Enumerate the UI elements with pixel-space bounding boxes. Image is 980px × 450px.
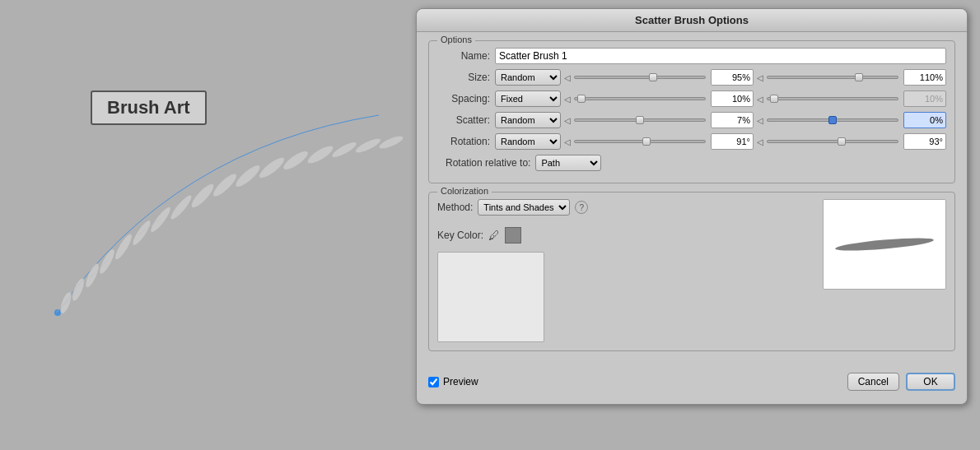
rotation-value-right[interactable]	[903, 133, 946, 150]
size-slider-left: ◁	[564, 69, 754, 86]
method-select[interactable]: Tints and ShadesNoneTintsHue Shift	[478, 199, 570, 216]
scatter-track-left[interactable]	[574, 118, 706, 122]
spacing-value-left[interactable]	[711, 90, 754, 107]
dialog-titlebar: Scatter Brush Options	[417, 9, 967, 32]
size-thumb-left[interactable]	[649, 73, 657, 81]
scatter-value-left[interactable]	[711, 112, 754, 128]
dialog-footer: Preview Cancel OK	[417, 368, 967, 391]
colorization-preview-empty	[437, 252, 544, 342]
spacing-row: Spacing: FixedRandom ◁ ◁	[437, 90, 946, 107]
rotation-track-left[interactable]	[574, 140, 706, 143]
brush-strokes-svg: .leaf { fill: #ccc; stroke: #aaa; stroke…	[0, 0, 420, 450]
svg-point-17	[377, 133, 404, 151]
size-thumb-right[interactable]	[855, 73, 863, 81]
svg-point-6	[130, 218, 153, 247]
spacing-slider-left: ◁	[564, 90, 754, 107]
scatter-thumb-left[interactable]	[636, 116, 644, 124]
spacing-thumb-right[interactable]	[770, 95, 778, 103]
scatter-track-right[interactable]	[767, 118, 898, 122]
size-track-right[interactable]	[767, 76, 898, 79]
scatter-arrow-right: ◁	[757, 116, 763, 125]
spacing-mode-select[interactable]: FixedRandom	[495, 90, 561, 107]
size-arrow-right: ◁	[757, 73, 763, 82]
preview-checkbox-label[interactable]: Preview	[428, 376, 478, 387]
spacing-track-left[interactable]	[574, 97, 706, 100]
spacing-value-right[interactable]	[903, 90, 946, 107]
name-input[interactable]	[495, 48, 946, 64]
svg-point-4	[97, 248, 118, 276]
scatter-thumb-right[interactable]	[828, 116, 837, 124]
size-mode-select[interactable]: RandomFixedPressure	[495, 69, 561, 86]
colorization-content: Method: Tints and ShadesNoneTintsHue Shi…	[437, 199, 946, 342]
key-color-label: Key Color:	[437, 230, 483, 241]
size-row: Size: RandomFixedPressure ◁ ◁	[437, 69, 946, 86]
rotation-relative-select[interactable]: PathPage	[535, 155, 601, 171]
colorization-left: Method: Tints and ShadesNoneTintsHue Shi…	[437, 199, 816, 342]
method-label: Method:	[437, 202, 473, 213]
spacing-arrow-left: ◁	[564, 95, 571, 104]
size-value-right[interactable]	[903, 69, 946, 86]
rotation-arrow-left: ◁	[564, 137, 571, 146]
brush-preview-shape	[835, 235, 935, 253]
colorization-section-label: Colorization	[437, 186, 492, 196]
options-section-label: Options	[437, 35, 475, 44]
rotation-slider-right: ◁	[757, 133, 946, 150]
svg-point-0	[54, 309, 61, 316]
spacing-arrow-right: ◁	[757, 95, 763, 104]
info-icon[interactable]: ?	[575, 201, 588, 214]
rotation-slider-left: ◁	[564, 133, 754, 150]
preview-checkbox[interactable]	[428, 377, 439, 387]
ok-button[interactable]: OK	[906, 373, 955, 391]
spacing-slider-right: ◁	[757, 90, 946, 107]
rotation-mode-select[interactable]: RandomFixed	[495, 133, 561, 150]
scatter-slider-right: ◁	[757, 112, 946, 128]
scatter-value-right[interactable]	[903, 112, 946, 128]
svg-point-7	[148, 205, 174, 234]
size-arrow-left: ◁	[564, 73, 571, 82]
svg-point-15	[330, 139, 359, 160]
scatter-label: Scatter:	[437, 114, 495, 126]
svg-point-10	[210, 170, 240, 199]
dialog-body: Options Name: Size: RandomFixedPressure …	[417, 32, 967, 368]
rotation-thumb-left[interactable]	[642, 137, 651, 146]
options-section: Options Name: Size: RandomFixedPressure …	[428, 40, 955, 183]
scatter-brush-dialog: Scatter Brush Options Options Name: Size…	[416, 8, 968, 405]
size-value-left[interactable]	[711, 69, 754, 86]
rotation-track-right[interactable]	[767, 140, 898, 143]
rotation-row: Rotation: RandomFixed ◁ ◁	[437, 133, 946, 150]
eyedropper-icon[interactable]: 🖊	[488, 229, 500, 242]
svg-point-11	[233, 162, 264, 190]
key-color-swatch[interactable]	[505, 227, 521, 244]
scatter-arrow-left: ◁	[564, 116, 571, 125]
spacing-track-right[interactable]	[767, 97, 898, 100]
rotation-label: Rotation:	[437, 136, 495, 147]
scatter-slider-left: ◁	[564, 112, 754, 128]
cancel-button[interactable]: Cancel	[847, 373, 899, 391]
svg-point-12	[256, 155, 287, 182]
svg-point-14	[306, 142, 336, 166]
key-color-row: Key Color: 🖊	[437, 227, 816, 244]
colorization-section: Colorization Method: Tints and ShadesNon…	[428, 192, 955, 351]
size-slider-right: ◁	[757, 69, 946, 86]
scatter-mode-select[interactable]: RandomFixed	[495, 112, 561, 128]
size-track-left[interactable]	[574, 76, 706, 79]
preview-label: Preview	[443, 376, 478, 387]
canvas-area: Brush Art .leaf { fill: #ccc; stroke: #a…	[0, 0, 420, 450]
spacing-thumb-left[interactable]	[577, 95, 586, 103]
size-label: Size:	[437, 72, 495, 83]
method-row: Method: Tints and ShadesNoneTintsHue Shi…	[437, 199, 816, 216]
spacing-label: Spacing:	[437, 93, 495, 104]
dialog-title: Scatter Brush Options	[635, 14, 749, 26]
rotation-value-left[interactable]	[711, 133, 754, 150]
rotation-thumb-right[interactable]	[838, 137, 846, 146]
svg-point-16	[354, 136, 383, 155]
name-label: Name:	[437, 50, 495, 62]
rotation-relative-label: Rotation relative to:	[446, 157, 530, 169]
rotation-relative-row: Rotation relative to: PathPage	[437, 155, 946, 171]
scatter-row: Scatter: RandomFixed ◁ ◁	[437, 112, 946, 128]
svg-point-2	[70, 276, 87, 303]
name-row: Name:	[437, 48, 946, 64]
svg-point-9	[189, 181, 217, 211]
svg-point-13	[281, 148, 310, 173]
brush-preview-box	[823, 199, 946, 290]
